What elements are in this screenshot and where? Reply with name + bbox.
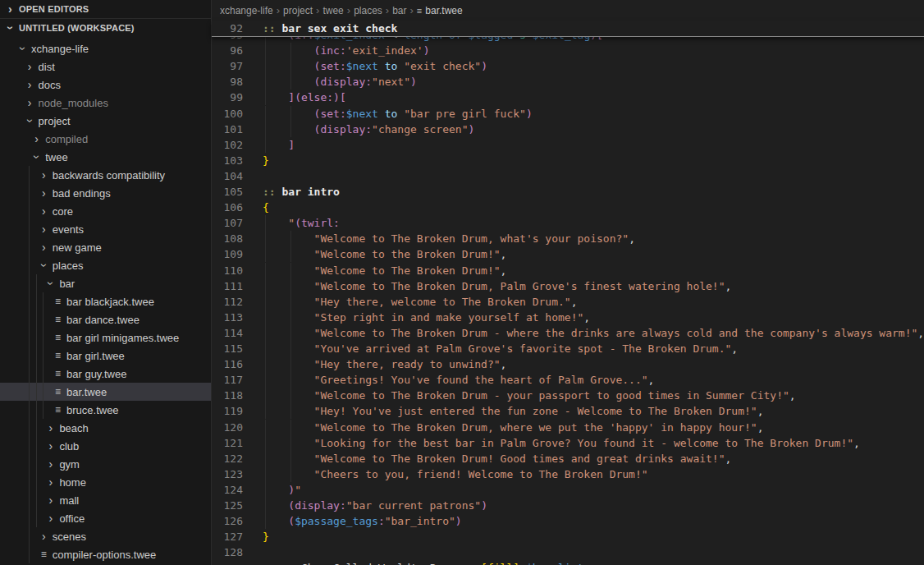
indent-guide xyxy=(265,403,266,419)
tree-item-bad-endings[interactable]: ›bad endings xyxy=(0,184,211,202)
code-line-111[interactable]: 111 "Welcome to The Broken Drum, Palm Gr… xyxy=(212,278,924,294)
code-line-113[interactable]: 113 "Step right in and make yourself at … xyxy=(212,310,924,325)
tree-item-core[interactable]: ›core xyxy=(0,202,211,220)
indent-guide xyxy=(43,328,43,347)
tree-item-events[interactable]: ›events xyxy=(0,220,211,238)
code-line-116[interactable]: 116 "Hey there, ready to unwind?", xyxy=(212,356,924,372)
code-line-99[interactable]: 99 ](else:)[ xyxy=(212,90,924,105)
code-line-127[interactable]: 127} xyxy=(212,529,924,544)
tree-item-twee[interactable]: ›twee xyxy=(0,148,211,166)
code-line-98[interactable]: 98 (display:"next") xyxy=(212,74,924,90)
breadcrumb-item-xchange-life[interactable]: xchange-life xyxy=(220,5,273,16)
tree-item-bar-blackjack-twee[interactable]: ≡bar blackjack.twee xyxy=(0,292,211,310)
workspace-header[interactable]: › UNTITLED (WORKSPACE) xyxy=(0,18,211,37)
indent-guide xyxy=(290,263,291,278)
code-token: < xyxy=(385,37,404,41)
code-line-123[interactable]: 123 "Cheers to you, friend! Welcome to T… xyxy=(212,466,924,482)
code-token: "Welcome to The Broken Drum, where we pu… xyxy=(263,421,757,434)
chevron-right-icon: › xyxy=(44,458,57,470)
tree-item-bruce-twee[interactable]: ≡bruce.twee xyxy=(0,401,211,419)
code-line-104[interactable]: 104 xyxy=(212,168,924,184)
indent-guide xyxy=(43,365,43,383)
code-token: " xyxy=(295,484,301,496)
code-line-114[interactable]: 114 "Welcome to The Broken Drum - where … xyxy=(212,325,924,341)
code-line-108[interactable]: 108 "Welcome to The Broken Drum, what's … xyxy=(212,231,924,246)
breadcrumb-item-places[interactable]: places xyxy=(354,5,382,16)
code-line-103[interactable]: 103} xyxy=(212,153,924,168)
tree-item-label: office xyxy=(59,512,85,525)
breadcrumb-separator-icon: › xyxy=(277,4,280,16)
breadcrumb-item-project[interactable]: project xyxy=(283,5,313,16)
tree-item-compiler-options-twee[interactable]: ≡compiler-options.twee xyxy=(0,545,211,563)
code-line-96[interactable]: 96 (inc:'exit_index') xyxy=(212,43,924,58)
code-token: (set: xyxy=(263,108,346,120)
code-line-119[interactable]: 119 "Hey! You've just entered the fun zo… xyxy=(212,403,924,419)
code-line-100[interactable]: 100 (set:$next to "bar pre girl fuck") xyxy=(212,106,924,122)
indent-guide xyxy=(36,274,37,292)
tree-item-dist[interactable]: ›dist xyxy=(0,57,211,76)
code-line-125[interactable]: 125 (display:"bar current patrons") xyxy=(212,498,924,513)
code-line-117[interactable]: 117 "Greetings! You've found the heart o… xyxy=(212,372,924,388)
code-line-126[interactable]: 126 ($passage_tags:"bar_intro") xyxy=(212,513,924,529)
tree-item-docs[interactable]: ›docs xyxy=(0,76,211,94)
sticky-scroll-line[interactable]: 92:: bar sex exit check xyxy=(212,21,924,37)
tree-item-project[interactable]: ›project xyxy=(0,112,211,130)
chevron-right-icon: › xyxy=(24,61,36,72)
code-line-118[interactable]: 118 "Welcome to The Broken Drum - your p… xyxy=(212,388,924,403)
tree-item-scenes[interactable]: ›scenes xyxy=(0,527,211,545)
tree-item-bar-twee[interactable]: ≡bar.twee xyxy=(0,383,211,401)
tree-item-node-modules[interactable]: ›node_modules xyxy=(0,94,211,112)
tree-item-xchange-life[interactable]: ›xchange-life xyxy=(0,39,211,57)
code-token: to xyxy=(385,60,398,72)
code-line-95[interactable]: 95 (if:$exit_index < length of $tagged's… xyxy=(212,37,924,43)
tree-item-bar-girl-minigames-twee[interactable]: ≡bar girl minigames.twee xyxy=(0,328,211,347)
breadcrumb-item-bar-twee[interactable]: ≡bar.twee xyxy=(417,5,463,16)
code-line-115[interactable]: 115 "You've arrived at Palm Grove's favo… xyxy=(212,341,924,356)
code-area[interactable]: 95 (if:$exit_index < length of $tagged's… xyxy=(212,37,924,565)
code-line-121[interactable]: 121 "Looking for the best bar in Palm Gr… xyxy=(212,435,924,451)
code-line-92[interactable]: 92:: bar sex exit check xyxy=(212,21,924,36)
code-token: to xyxy=(385,108,398,120)
breadcrumb-item-twee[interactable]: twee xyxy=(322,5,343,16)
code-line-120[interactable]: 120 "Welcome to The Broken Drum, where w… xyxy=(212,420,924,435)
tree-item-label: bruce.twee xyxy=(66,404,119,416)
breadcrumb-item-bar[interactable]: bar xyxy=(392,5,406,16)
code-line-105[interactable]: 105:: bar intro xyxy=(212,184,924,200)
code-line-106[interactable]: 106{ xyxy=(212,200,924,215)
tree-item-office[interactable]: ›office xyxy=(0,509,211,527)
code-line-128[interactable]: 128 xyxy=(212,544,924,560)
tree-item-backwards-compatibility[interactable]: ›backwards compatibility xyxy=(0,166,211,184)
tree-item-mall[interactable]: ›mall xyxy=(0,491,211,509)
indent-guide xyxy=(290,122,291,137)
tree-item-new-game[interactable]: ›new game xyxy=(0,238,211,256)
chevron-right-icon: › xyxy=(44,422,57,434)
indent-guide xyxy=(36,365,37,383)
indent-guide xyxy=(265,37,266,43)
code-line-107[interactable]: 107 "(twirl: xyxy=(212,215,924,231)
tree-item-home[interactable]: ›home xyxy=(0,473,211,491)
tree-item-bar[interactable]: ›bar xyxy=(0,274,211,292)
open-editors-header[interactable]: › OPEN EDITORS xyxy=(0,0,211,18)
tree-item-bar-guy-twee[interactable]: ≡bar guy.twee xyxy=(0,365,211,383)
code-line-102[interactable]: 102 ] xyxy=(212,137,924,153)
code-token: (twirl: xyxy=(295,217,340,229)
code-line-101[interactable]: 101 (display:"change screen") xyxy=(212,122,924,137)
tree-item-places[interactable]: ›places xyxy=(0,256,211,274)
code-line-112[interactable]: 112 "Hey there, welcome to The Broken Dr… xyxy=(212,294,924,310)
code-line-124[interactable]: 124 )" xyxy=(212,482,924,498)
tree-item-beach[interactable]: ›beach xyxy=(0,419,211,437)
code-line-97[interactable]: 97 (set:$next to "exit check") xyxy=(212,58,924,74)
tree-item-bar-dance-twee[interactable]: ≡bar dance.twee xyxy=(0,310,211,328)
tree-item-bar-girl-twee[interactable]: ≡bar girl.twee xyxy=(0,347,211,365)
tree-item-compiled[interactable]: ›compiled xyxy=(0,130,211,148)
tree-item-club[interactable]: ›club xyxy=(0,437,211,455)
code-line-110[interactable]: 110 "Welcome to The Broken Drum!", xyxy=(212,263,924,278)
tree-item-label: gym xyxy=(59,458,80,471)
code-token: :: xyxy=(263,186,281,198)
tree-item-label: docs xyxy=(39,79,61,91)
code-token: ) xyxy=(481,499,487,512)
code-line-109[interactable]: 109 "Welcome to the Broken Drum!", xyxy=(212,246,924,262)
tree-item-gym[interactable]: ›gym xyxy=(0,455,211,473)
code-line-122[interactable]: 122 "Welcome to The Broken Drum! Good ti… xyxy=(212,451,924,466)
code-line-clipped[interactable]: :: Char Called World's Passage [fill] $b… xyxy=(212,560,924,565)
